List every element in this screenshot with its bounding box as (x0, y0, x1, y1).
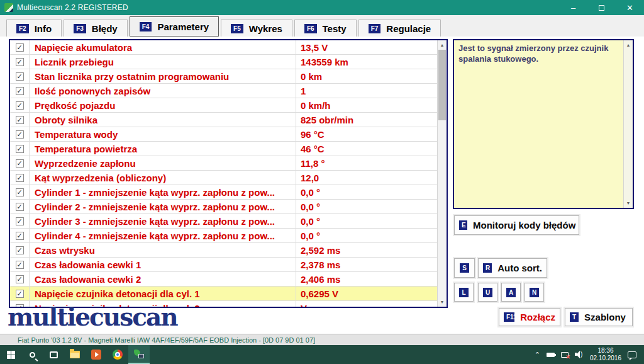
parameter-row[interactable]: ✓Kąt wyprzedzenia (obliczony)12,0 (10, 171, 437, 185)
templates-button[interactable]: T Szablony (565, 308, 633, 326)
parameter-row[interactable]: ✓Napięcie czujnika detonacji dla cyl. 10… (10, 287, 437, 301)
row-checkbox[interactable]: ✓ (10, 98, 30, 112)
maximize-icon[interactable] (587, 0, 616, 15)
parameter-row[interactable]: ✓Napięcie akumulatora13,5 V (10, 40, 437, 55)
task-view-button[interactable] (43, 345, 64, 364)
parameter-value: V (296, 301, 437, 307)
parameter-row[interactable]: ✓Licznik przebiegu143559 km (10, 55, 437, 69)
row-checkbox[interactable]: ✓ (10, 127, 30, 141)
parameter-row[interactable]: ✓Wyprzedzenie zapłonu11,8 ° (10, 156, 437, 171)
multiecuscan-logo: multiecuscan (8, 305, 177, 329)
row-checkbox[interactable]: ✓ (10, 258, 30, 271)
scroll-up-icon[interactable]: ▲ (624, 40, 633, 50)
parameter-row[interactable]: ✓Czas ładowania cewki 22,406 ms (10, 272, 437, 287)
parameter-value: 0,0 ° (296, 200, 437, 213)
scroll-up-icon[interactable]: ▲ (438, 40, 447, 50)
chrome-icon (113, 350, 123, 360)
parameter-row[interactable]: ✓Cylinder 1 - zmniejszenie kąta wyprz. z… (10, 185, 437, 200)
chrome-button[interactable] (107, 345, 128, 364)
tray-chevron-up-icon[interactable]: ⌃ (535, 351, 540, 359)
windows-logo-icon (7, 351, 15, 359)
row-checkbox[interactable]: ✓ (10, 55, 30, 69)
row-checkbox[interactable]: ✓ (10, 84, 30, 98)
search-button[interactable] (21, 345, 43, 364)
parameter-row[interactable]: ✓Ilość ponownych zapisów1 (10, 84, 437, 98)
scroll-down-icon[interactable]: ▼ (438, 297, 447, 307)
play-icon (91, 350, 101, 360)
file-explorer-button[interactable] (64, 345, 86, 364)
tab-testy[interactable]: F6 Testy (294, 20, 357, 37)
row-checkbox[interactable]: ✓ (10, 214, 30, 228)
parameter-name: Czas ładowania cewki 1 (30, 258, 296, 271)
tab-info[interactable]: F2 Info (6, 20, 62, 37)
parameter-row[interactable]: ✓Stan licznika przy ostatnim programowan… (10, 69, 437, 84)
monitor-error-codes-button[interactable]: E Monitoruj kody błędów (454, 215, 579, 235)
app-window: Multiecuscan 2.2 REGISTERED – ✕ F2 Info … (0, 0, 644, 345)
parameter-name: Czas ładowania cewki 2 (30, 272, 296, 286)
parameter-row[interactable]: ✓Czas wtrysku2,592 ms (10, 243, 437, 258)
row-checkbox[interactable]: ✓ (10, 171, 30, 185)
row-checkbox[interactable]: ✓ (10, 229, 30, 242)
multiecuscan-taskbar-button[interactable] (128, 345, 150, 364)
parameter-row[interactable]: ✓Cylinder 2 - zmniejszenie kąta wyprz. z… (10, 200, 437, 214)
start-button[interactable] (0, 345, 21, 364)
row-checkbox[interactable]: ✓ (10, 272, 30, 286)
minimize-icon[interactable]: – (559, 0, 587, 15)
parameter-name: Napięcie czujnika detonacji dla cyl. 1 (30, 287, 296, 300)
parameter-row[interactable]: ✓Temperatura powietrza46 °C (10, 142, 437, 156)
row-checkbox[interactable]: ✓ (10, 142, 30, 156)
fkey-badge: F4 (140, 22, 152, 31)
multiecuscan-icon (134, 350, 144, 358)
close-icon[interactable]: ✕ (616, 0, 644, 15)
key-u-button[interactable]: U (478, 283, 497, 302)
parameter-row[interactable]: ✓Temperatura wody96 °C (10, 127, 437, 142)
volume-icon[interactable]: ) (575, 351, 584, 358)
row-checkbox[interactable]: ✓ (10, 200, 30, 213)
key-n-button[interactable]: N (525, 283, 544, 302)
row-checkbox[interactable]: ✓ (10, 113, 30, 127)
row-checkbox[interactable]: ✓ (10, 185, 30, 199)
fkey-badge: F5 (231, 24, 243, 33)
parameter-row[interactable]: ✓Czas ładowania cewki 12,378 ms (10, 258, 437, 272)
tab-regulacje[interactable]: F7 Regulacje (358, 20, 441, 37)
key-l-button[interactable]: L (454, 283, 474, 302)
disconnect-button[interactable]: F11 Rozłącz (499, 308, 560, 326)
row-checkbox[interactable]: ✓ (10, 287, 30, 300)
action-center-icon[interactable] (628, 351, 636, 358)
media-player-button[interactable] (86, 345, 107, 364)
info-scrollbar[interactable]: ▲ ▼ (623, 40, 633, 208)
sort-s-button[interactable]: S (454, 258, 475, 278)
network-disconnected-icon[interactable]: ✕ (561, 352, 569, 358)
table-scrollbar[interactable]: ▲ ▼ (437, 40, 447, 307)
row-checkbox[interactable]: ✓ (10, 243, 30, 257)
parameter-name: Czas wtrysku (30, 243, 296, 257)
fkey-badge: F6 (304, 24, 317, 33)
scroll-down-icon[interactable]: ▼ (624, 198, 633, 208)
parameter-value: 46 °C (296, 142, 437, 156)
parameter-name: Cylinder 3 - zmniejszenie kąta wyprz. za… (30, 214, 296, 228)
parameter-value: 0,6295 V (296, 287, 437, 300)
parameter-row[interactable]: ✓Cylinder 3 - zmniejszenie kąta wyprz. z… (10, 214, 437, 229)
row-checkbox[interactable]: ✓ (10, 156, 30, 170)
battery-icon[interactable] (547, 353, 555, 357)
parameter-value: 13,5 V (296, 40, 437, 54)
row-checkbox[interactable]: ✓ (10, 69, 30, 83)
parameter-value: 1 (296, 84, 437, 98)
parameter-value: 0,0 ° (296, 214, 437, 228)
status-bar: Fiat Punto '03 1.2 8V - Magneti Marelli … (0, 334, 644, 345)
parameter-name: Cylinder 4 - zmniejszenie kąta wyprz. za… (30, 229, 296, 242)
auto-sort-button[interactable]: R Auto sort. (478, 258, 547, 278)
parameter-row[interactable]: ✓Obroty silnika825 obr/min (10, 113, 437, 127)
parameter-name: Temperatura powietrza (30, 142, 296, 156)
parameter-row[interactable]: ✓Cylinder 4 - zmniejszenie kąta wyprz. z… (10, 229, 437, 243)
parameter-name: Licznik przebiegu (30, 55, 296, 69)
tab-bledy[interactable]: F3 Błędy (64, 20, 128, 37)
row-checkbox[interactable]: ✓ (10, 40, 30, 54)
scrollbar-thumb[interactable] (438, 50, 446, 120)
taskbar-clock[interactable]: 18:36 02.10.2016 (590, 347, 621, 362)
key-a-button[interactable]: A (501, 283, 521, 302)
tab-wykres[interactable]: F5 Wykres (221, 20, 292, 37)
parameter-name: Kąt wyprzedzenia (obliczony) (30, 171, 296, 185)
parameter-row[interactable]: ✓Prędkość pojazdu0 km/h (10, 98, 437, 113)
tab-parametery[interactable]: F4 Parametery (130, 16, 219, 37)
